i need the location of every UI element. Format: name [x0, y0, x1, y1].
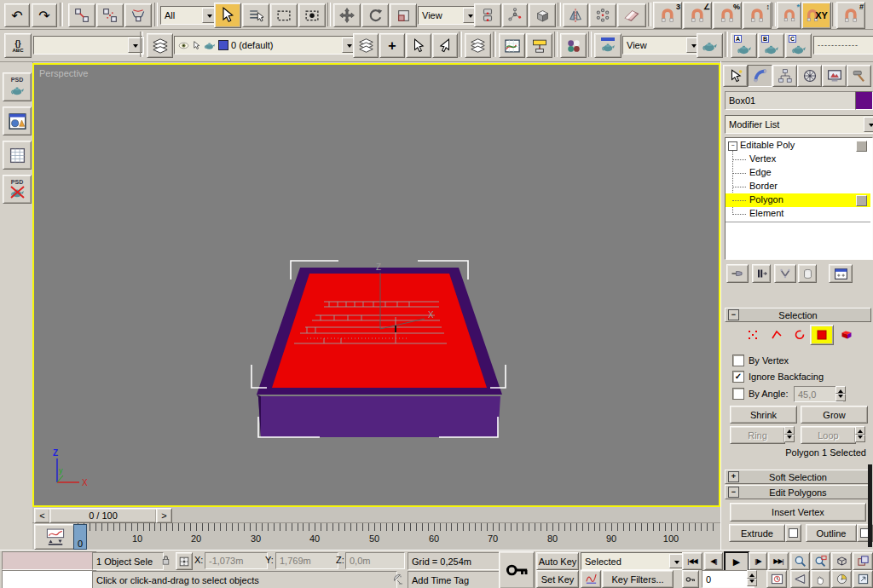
layers-flyout-button[interactable] — [465, 33, 491, 58]
render-preset-dropdown[interactable]: ------------ — [813, 36, 873, 55]
tab-modify[interactable] — [748, 65, 772, 87]
layer-manager-button[interactable] — [147, 33, 173, 58]
rectangular-selection-region-button[interactable] — [270, 3, 298, 27]
collapse-icon[interactable]: − — [728, 487, 739, 498]
ring-spinner[interactable] — [784, 426, 795, 442]
object-color-swatch[interactable] — [855, 91, 873, 110]
named-selection-sets-dropdown[interactable] — [33, 36, 144, 55]
viewport-canvas[interactable]: Perspective — [34, 65, 719, 505]
soft-selection-rollout-header[interactable]: +Soft Selection — [725, 470, 871, 484]
spreadsheet-button[interactable] — [3, 141, 32, 170]
absolute-offset-mode-button[interactable] — [176, 552, 193, 570]
unlink-selection-button[interactable] — [96, 3, 124, 27]
select-and-rotate-button[interactable] — [361, 3, 389, 27]
default-in-out-tangents-button[interactable] — [581, 570, 601, 588]
loop-button[interactable]: Loop — [801, 426, 856, 444]
tab-create[interactable] — [723, 65, 748, 87]
min-max-toggle-button[interactable] — [853, 570, 873, 588]
zoom-button[interactable] — [790, 552, 810, 570]
time-slider-handle[interactable]: 0 / 100 — [49, 508, 157, 523]
by-angle-spinner[interactable] — [835, 386, 846, 401]
snap-toggle-3d-button[interactable]: 3 — [653, 2, 682, 29]
zoom-extents-all-button[interactable] — [853, 552, 873, 570]
add-to-layer-button[interactable]: + — [379, 33, 405, 58]
render-preset-a-button[interactable]: A — [731, 33, 757, 58]
make-unique-button[interactable] — [774, 264, 796, 283]
curve-editor-button[interactable] — [499, 33, 525, 58]
ignore-backfacing-checkbox[interactable]: ✓ — [732, 371, 744, 383]
by-vertex-checkbox[interactable] — [732, 355, 744, 366]
extrude-settings-button[interactable] — [785, 524, 801, 542]
tab-display[interactable] — [822, 65, 847, 87]
field-of-view-button[interactable] — [790, 570, 810, 588]
stack-onoff-toggle[interactable] — [856, 141, 867, 152]
spinner-snap-button[interactable]: ↕ — [743, 2, 772, 29]
select-and-manipulate-button[interactable] — [502, 3, 528, 27]
z-coord-field[interactable]: 0,0m — [345, 552, 405, 569]
time-slider-next-button[interactable]: > — [156, 508, 172, 523]
stack-onoff-toggle[interactable] — [856, 195, 867, 206]
render-type-dropdown[interactable]: View — [622, 36, 702, 55]
remove-modifier-button[interactable] — [798, 264, 817, 283]
undo-button[interactable]: ↶ — [4, 3, 30, 27]
subobject-border-button[interactable] — [788, 325, 810, 345]
stack-row-border[interactable]: Border — [726, 180, 870, 193]
set-key-button[interactable]: Set Key — [536, 570, 579, 588]
select-and-move-button[interactable] — [333, 3, 361, 27]
previous-frame-button[interactable]: ◀|| — [704, 552, 723, 570]
render-preset-b-button[interactable]: B — [758, 33, 784, 58]
current-layer-dropdown[interactable]: 0 (default) — [174, 36, 358, 55]
reference-coord-system-dropdown[interactable]: View — [418, 6, 479, 25]
subobject-edge-button[interactable] — [766, 325, 788, 345]
current-frame-marker[interactable]: 0 — [73, 524, 87, 550]
spin-down-icon[interactable] — [747, 579, 757, 587]
schematic-view-button[interactable] — [526, 33, 552, 58]
mirror-button[interactable] — [563, 3, 588, 27]
arc-rotate-button[interactable] — [831, 570, 852, 588]
by-angle-checkbox[interactable] — [732, 388, 744, 400]
spin-up-icon[interactable] — [747, 570, 757, 579]
material-editor-button[interactable] — [560, 33, 587, 58]
go-to-end-button[interactable]: ▶▶| — [768, 552, 789, 570]
set-current-layer-button[interactable] — [432, 33, 458, 58]
select-and-link-button[interactable] — [68, 3, 95, 27]
dropdown-arrow-icon[interactable] — [864, 117, 873, 132]
stack-row-vertex[interactable]: Vertex — [726, 153, 870, 166]
axis-constraint-xy-button[interactable]: XY — [801, 2, 831, 29]
viewport-perspective[interactable]: Perspective — [32, 63, 720, 507]
time-configuration-button[interactable] — [766, 570, 787, 588]
display-properties-button[interactable] — [3, 107, 32, 135]
x-coord-field[interactable]: -1,073m — [205, 552, 268, 569]
select-objects-in-layer-button[interactable] — [406, 33, 431, 58]
select-by-name-button[interactable] — [242, 3, 269, 27]
redo-button[interactable]: ↷ — [32, 3, 57, 27]
maxscript-mini-listener-top[interactable] — [2, 551, 97, 570]
zoom-extents-button[interactable] — [831, 552, 852, 570]
render-preset-c-button[interactable]: C — [785, 33, 812, 58]
outline-button[interactable]: Outline — [806, 524, 857, 542]
keyboard-override-button[interactable] — [529, 3, 556, 27]
stack-row-edge[interactable]: Edge — [726, 166, 870, 180]
quick-render-button[interactable] — [697, 33, 723, 58]
pan-button[interactable] — [811, 570, 830, 588]
grow-button[interactable]: Grow — [801, 406, 868, 424]
insert-vertex-button[interactable]: Insert Vertex — [730, 503, 866, 522]
spin-down-icon[interactable] — [835, 394, 846, 401]
spin-down-icon[interactable] — [855, 435, 865, 443]
object-name-field[interactable]: Box01 — [725, 91, 859, 110]
key-mode-toggle-button[interactable] — [682, 570, 699, 588]
pin-stack-button[interactable] — [726, 264, 749, 283]
selection-rollout-header[interactable]: −Selection — [725, 308, 871, 322]
key-filters-button[interactable]: Key Filters... — [602, 570, 674, 588]
psd-off-button[interactable]: PSD — [3, 175, 32, 204]
selection-lock-icon[interactable] — [159, 553, 172, 568]
time-slider-prev-button[interactable]: < — [34, 508, 50, 523]
show-end-result-button[interactable] — [752, 264, 771, 283]
maxscript-mini-listener-bottom[interactable] — [2, 570, 97, 588]
track-bar-ruler[interactable]: 10 20 30 40 50 60 70 80 90 100 0 — [73, 523, 719, 550]
collapse-icon[interactable]: − — [728, 309, 739, 320]
expand-icon[interactable]: + — [728, 471, 739, 482]
stack-row-element[interactable]: Element — [726, 207, 870, 221]
subobject-element-button[interactable] — [835, 325, 858, 345]
extrude-button[interactable]: Extrude — [729, 524, 785, 542]
